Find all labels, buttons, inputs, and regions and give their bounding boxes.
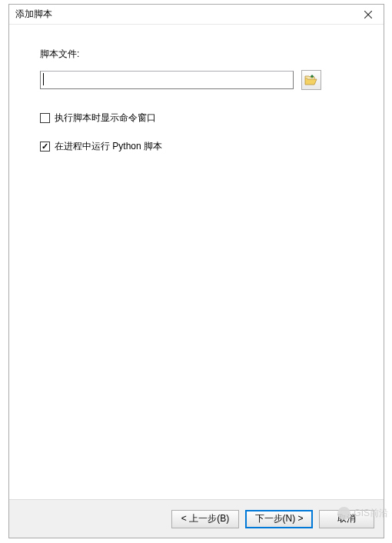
- script-file-input[interactable]: [40, 71, 294, 89]
- back-button[interactable]: < 上一步(B): [171, 510, 239, 528]
- file-input-wrapper: [40, 71, 294, 89]
- text-cursor: [43, 73, 44, 85]
- show-cmd-label[interactable]: 执行脚本时显示命令窗口: [55, 112, 156, 125]
- add-script-dialog: 添加脚本 脚本文件:: [8, 4, 384, 538]
- file-input-row: [40, 70, 360, 90]
- next-button[interactable]: 下一步(N) >: [245, 510, 313, 528]
- in-process-checkbox-row: 在进程中运行 Python 脚本: [40, 140, 360, 153]
- dialog-content: 脚本文件: 执行脚本时显示命令窗口 在进程: [9, 25, 384, 499]
- show-cmd-checkbox-row: 执行脚本时显示命令窗口: [40, 112, 360, 125]
- cancel-button[interactable]: 取消: [319, 510, 374, 528]
- browse-button[interactable]: [301, 70, 321, 90]
- in-process-checkbox[interactable]: [40, 142, 50, 152]
- folder-open-icon: [304, 75, 318, 85]
- show-cmd-checkbox[interactable]: [40, 113, 50, 123]
- close-button[interactable]: [353, 5, 384, 25]
- dialog-title: 添加脚本: [15, 8, 52, 21]
- in-process-label[interactable]: 在进程中运行 Python 脚本: [55, 140, 162, 153]
- titlebar: 添加脚本: [9, 5, 384, 25]
- close-icon: [364, 11, 372, 18]
- dialog-footer: < 上一步(B) 下一步(N) > 取消: [9, 499, 384, 538]
- script-file-label: 脚本文件:: [40, 48, 360, 61]
